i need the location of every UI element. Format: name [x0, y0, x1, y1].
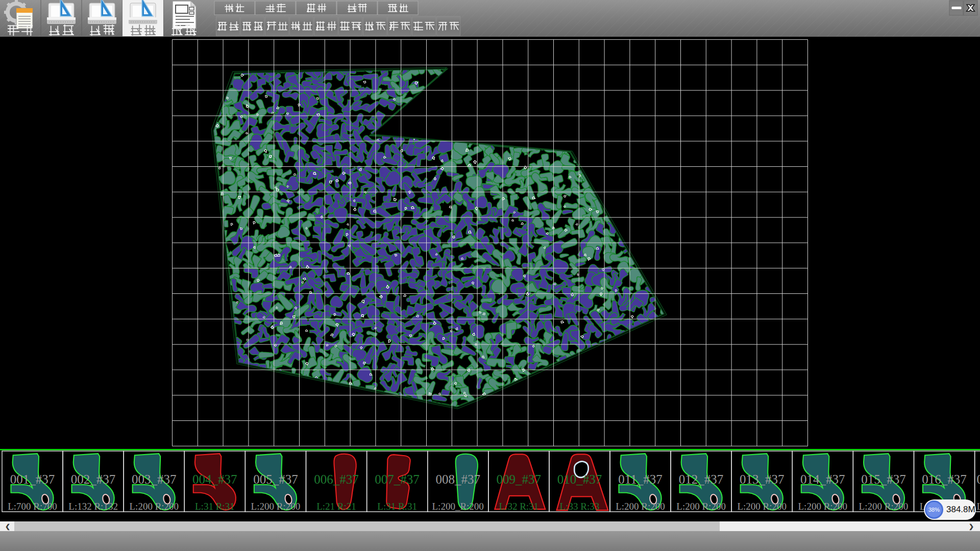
- svg-text:002_#37: 002_#37: [71, 472, 116, 486]
- svg-text:L:200 R:200: L:200 R:200: [251, 501, 301, 512]
- svg-text:010_#37: 010_#37: [557, 472, 602, 486]
- svg-text:L:132 R:132: L:132 R:132: [68, 501, 118, 512]
- svg-text:001_#37: 001_#37: [10, 472, 55, 486]
- svg-text:L:700 R:700: L:700 R:700: [8, 501, 57, 512]
- svg-text:L:21 R:21: L:21 R:21: [316, 501, 356, 512]
- svg-text:015_#37: 015_#37: [861, 472, 906, 486]
- svg-text:L:200 R:200: L:200 R:200: [130, 501, 179, 512]
- svg-text:L:200 R:200: L:200 R:200: [737, 501, 787, 512]
- svg-text:007_#37: 007_#37: [375, 472, 420, 486]
- svg-text:L:33 R:33: L:33 R:33: [560, 501, 600, 512]
- svg-text:L:200 R:200: L:200 R:200: [798, 501, 848, 512]
- svg-text:006_#37: 006_#37: [314, 472, 359, 486]
- svg-text:L:200 R:200: L:200 R:200: [616, 501, 665, 512]
- svg-text:016_#37: 016_#37: [922, 472, 967, 486]
- svg-text:L:200 R:200: L:200 R:200: [676, 501, 726, 512]
- svg-text:L:: L:: [977, 501, 980, 512]
- svg-text:014_#37: 014_#37: [800, 472, 845, 486]
- svg-text:009_#37: 009_#37: [497, 472, 542, 486]
- svg-text:008_#37: 008_#37: [435, 472, 480, 486]
- svg-text:011_#37: 011_#37: [618, 472, 663, 486]
- svg-text:003_#37: 003_#37: [132, 472, 177, 486]
- svg-text:004_#37: 004_#37: [192, 472, 237, 486]
- svg-text:L:31 R:31: L:31 R:31: [377, 501, 417, 512]
- svg-text:005_#37: 005_#37: [253, 472, 298, 486]
- svg-text:L:32 R:31: L:32 R:31: [499, 501, 539, 512]
- svg-text:0: 0: [977, 472, 980, 486]
- svg-text:L:31 R:31: L:31 R:31: [195, 501, 235, 512]
- svg-text:012_#37: 012_#37: [679, 472, 724, 486]
- svg-text:L:200_R:200: L:200_R:200: [432, 501, 484, 512]
- svg-text:013_#37: 013_#37: [740, 472, 785, 486]
- svg-text:L:200 R:200: L:200 R:200: [859, 501, 909, 512]
